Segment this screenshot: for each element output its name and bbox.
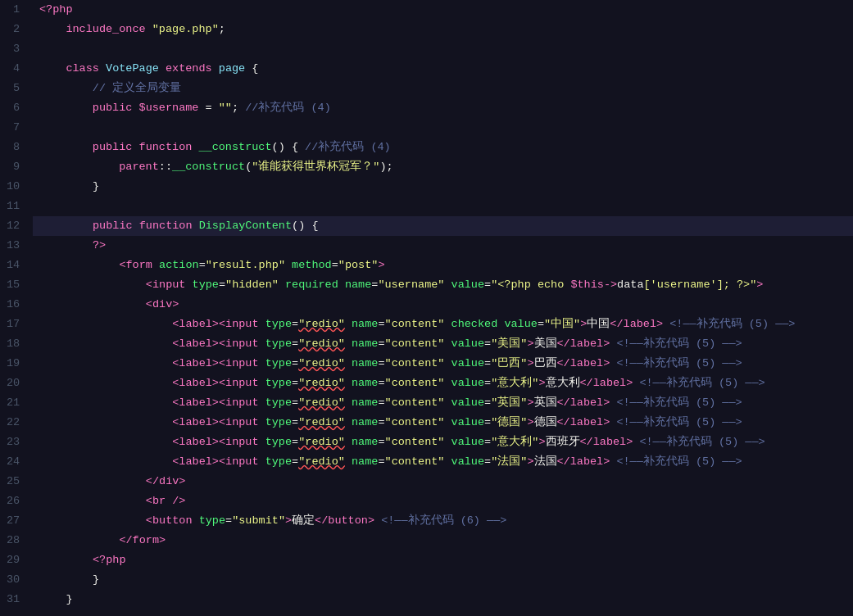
- code-row: 31 }: [0, 590, 853, 609]
- code-row: 30 }: [0, 570, 853, 590]
- code-line: [33, 197, 853, 216]
- line-number: 6: [0, 98, 33, 118]
- code-line: <label><input type="redio" name="content…: [33, 315, 853, 334]
- line-number: 23: [0, 433, 33, 452]
- line-number: 17: [0, 315, 33, 334]
- code-line: ?>: [33, 236, 853, 256]
- code-row: 6 public $username = ""; //补充代码 (4): [0, 98, 853, 118]
- code-row: 4 class VotePage extends page {: [0, 59, 853, 79]
- code-line: class VotePage extends page {: [33, 59, 853, 79]
- line-number: 5: [0, 79, 33, 98]
- line-number: 18: [0, 334, 33, 354]
- line-number: 12: [0, 216, 33, 236]
- code-line: <label><input type="redio" name="content…: [33, 374, 853, 393]
- code-row: 8 public function __construct() { //补充代码…: [0, 138, 853, 157]
- code-line: <?php: [33, 0, 853, 20]
- code-row: 16 <div>: [0, 295, 853, 315]
- line-number: 29: [0, 550, 33, 570]
- code-line: <label><input type="redio" name="content…: [33, 452, 853, 472]
- code-line: <button type="submit">确定</button> <!——补充…: [33, 511, 853, 531]
- code-line: }: [33, 570, 853, 590]
- code-row: 21 <label><input type="redio" name="cont…: [0, 393, 853, 413]
- line-number: 9: [0, 157, 33, 177]
- code-line: <label><input type="redio" name="content…: [33, 334, 853, 354]
- code-row: 28 </form>: [0, 531, 853, 550]
- line-number: 28: [0, 531, 33, 550]
- code-line: <form action="result.php" method="post">: [33, 256, 853, 275]
- code-line: <div>: [33, 295, 853, 315]
- code-line: <br />: [33, 491, 853, 511]
- code-line: [33, 118, 853, 138]
- code-row: 10 }: [0, 177, 853, 197]
- code-row: 18 <label><input type="redio" name="cont…: [0, 334, 853, 354]
- line-number: 21: [0, 393, 33, 413]
- line-number: 31: [0, 590, 33, 609]
- line-number: 11: [0, 197, 33, 216]
- line-number: 8: [0, 138, 33, 157]
- code-row: 19 <label><input type="redio" name="cont…: [0, 354, 853, 374]
- code-line: <label><input type="redio" name="content…: [33, 393, 853, 413]
- code-line: <label><input type="redio" name="content…: [33, 354, 853, 374]
- code-row: 11: [0, 197, 853, 216]
- code-row: 15 <input type="hidden" required name="u…: [0, 275, 853, 295]
- code-row: 14 <form action="result.php" method="pos…: [0, 256, 853, 275]
- code-line: </form>: [33, 531, 853, 550]
- code-row: 1 <?php: [0, 0, 853, 20]
- code-row: 12 public function DisplayContent() {: [0, 216, 853, 236]
- line-number: 2: [0, 20, 33, 39]
- code-line: <?php: [33, 550, 853, 570]
- code-line: [33, 39, 853, 59]
- line-number: 20: [0, 374, 33, 393]
- code-row: 24 <label><input type="redio" name="cont…: [0, 452, 853, 472]
- line-number: 22: [0, 413, 33, 433]
- code-row: 3: [0, 39, 853, 59]
- code-line: public function __construct() { //补充代码 (…: [33, 138, 853, 157]
- code-row: 2 include_once "page.php";: [0, 20, 853, 39]
- code-line: public function DisplayContent() {: [33, 216, 853, 236]
- code-editor: 1 <?php 2 include_once "page.php"; 3 4 c…: [0, 0, 853, 616]
- line-number: 16: [0, 295, 33, 315]
- line-number: 1: [0, 0, 33, 20]
- line-number: 26: [0, 491, 33, 511]
- code-row: 9 parent::__construct("谁能获得世界杯冠军？");: [0, 157, 853, 177]
- line-number: 7: [0, 118, 33, 138]
- line-number: 3: [0, 39, 33, 59]
- code-row: 22 <label><input type="redio" name="cont…: [0, 413, 853, 433]
- code-table: 1 <?php 2 include_once "page.php"; 3 4 c…: [0, 0, 853, 609]
- code-line: include_once "page.php";: [33, 20, 853, 39]
- line-number: 13: [0, 236, 33, 256]
- line-number: 25: [0, 472, 33, 491]
- code-row: 17 <label><input type="redio" name="cont…: [0, 315, 853, 334]
- line-number: 27: [0, 511, 33, 531]
- code-line: <input type="hidden" required name="user…: [33, 275, 853, 295]
- code-row: 20 <label><input type="redio" name="cont…: [0, 374, 853, 393]
- code-row: 26 <br />: [0, 491, 853, 511]
- code-row: 5 // 定义全局变量: [0, 79, 853, 98]
- code-line: public $username = ""; //补充代码 (4): [33, 98, 853, 118]
- line-number: 15: [0, 275, 33, 295]
- line-number: 14: [0, 256, 33, 275]
- code-row: 25 </div>: [0, 472, 853, 491]
- code-row: 27 <button type="submit">确定</button> <!—…: [0, 511, 853, 531]
- code-row: 29 <?php: [0, 550, 853, 570]
- line-number: 19: [0, 354, 33, 374]
- code-row: 13 ?>: [0, 236, 853, 256]
- code-row: 7: [0, 118, 853, 138]
- line-number: 24: [0, 452, 33, 472]
- line-number: 10: [0, 177, 33, 197]
- code-line: <label><input type="redio" name="content…: [33, 413, 853, 433]
- line-number: 4: [0, 59, 33, 79]
- code-line: }: [33, 590, 853, 609]
- line-number: 30: [0, 570, 33, 590]
- code-line: }: [33, 177, 853, 197]
- code-row: 23 <label><input type="redio" name="cont…: [0, 433, 853, 452]
- code-line: // 定义全局变量: [33, 79, 853, 98]
- code-line: </div>: [33, 472, 853, 491]
- code-line: <label><input type="redio" name="content…: [33, 433, 853, 452]
- code-line: parent::__construct("谁能获得世界杯冠军？");: [33, 157, 853, 177]
